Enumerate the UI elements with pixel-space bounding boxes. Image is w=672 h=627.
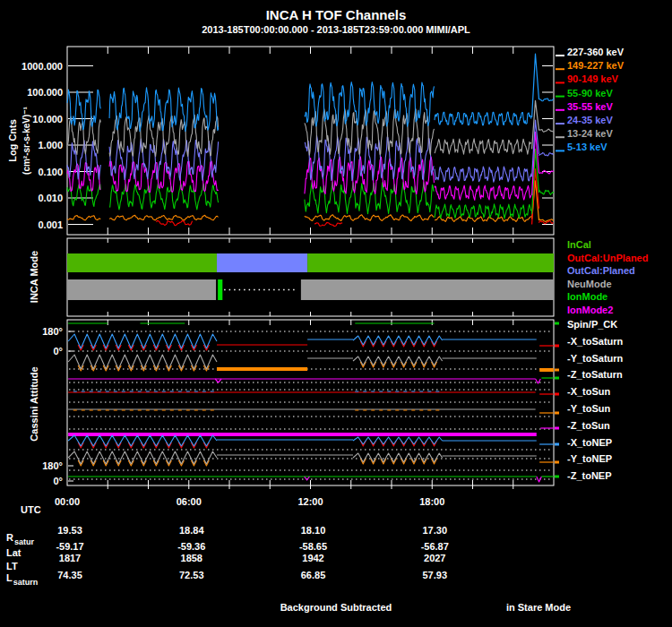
ephemeris-value: 19.53 xyxy=(57,525,82,536)
page-title: INCA H TOF Channels xyxy=(266,7,407,22)
ephemeris-value: 18.84 xyxy=(179,525,204,536)
attitude-row-label: -Y_toNEP xyxy=(567,453,612,464)
time-range-subtitle: 2013-185T00:00:00.000 - 2013-185T23:59:0… xyxy=(202,24,470,35)
legend-item-energy-channel: 24-35 keV xyxy=(567,115,613,125)
ephemeris-value: -59.36 xyxy=(177,541,205,552)
ephemeris-value: 2027 xyxy=(424,553,445,563)
legend-item-energy-channel: 13-24 keV xyxy=(567,128,613,139)
attitude-panel-label: Cassini Attitude xyxy=(29,366,39,441)
attitude-ytick-label: 180° xyxy=(27,326,63,337)
ephemeris-row-label: LT xyxy=(6,561,18,571)
attitude-ytick-label: 180° xyxy=(27,460,63,471)
utc-tick-label: 06:00 xyxy=(177,496,202,507)
ephemeris-value: -56.87 xyxy=(421,541,449,552)
ephemeris-value: 66.85 xyxy=(301,570,326,580)
energy-ytick-label: 0.010 xyxy=(9,193,63,203)
mode-legend-item: InCal xyxy=(567,239,591,250)
attitude-row-label: Spin/P_CK xyxy=(567,319,617,330)
legend-item-energy-channel: 149-227 keV xyxy=(567,60,624,71)
inca-tof-plot-screen: INCA H TOF Channels 2013-185T00:00:00.00… xyxy=(0,0,672,627)
ephemeris-value: 57.93 xyxy=(422,570,447,580)
ephemeris-value: 18.10 xyxy=(301,525,326,536)
ephemeris-value: 72.53 xyxy=(179,570,204,580)
stare-mode-note: in Stare Mode xyxy=(506,602,571,613)
attitude-row-label: -Z_toSun xyxy=(567,420,610,431)
utc-tick-label: 12:00 xyxy=(297,496,323,507)
energy-ytick-label: 100.000 xyxy=(9,87,63,98)
energy-ytick-label: 10.000 xyxy=(9,114,63,125)
ephemeris-row-label: Lat xyxy=(6,547,22,558)
energy-ytick-label: 1000.000 xyxy=(9,61,63,72)
mode-legend-item: NeuMode xyxy=(567,279,612,289)
attitude-ytick-label: 0° xyxy=(27,346,63,356)
attitude-row-label: -Y_toSun xyxy=(567,403,610,414)
attitude-row-label: -X_toSaturn xyxy=(567,336,623,347)
background-subtracted-note: Background Subtracted xyxy=(280,602,392,613)
attitude-row-label: -Z_toSaturn xyxy=(567,369,623,380)
ephemeris-value: 17.30 xyxy=(422,525,447,536)
attitude-ytick-label: 0° xyxy=(27,476,63,486)
ephemeris-row-label: Lsaturn xyxy=(6,572,38,584)
attitude-row-label: -X_toSun xyxy=(567,386,610,397)
mode-legend-item: OutCal:UnPlaned xyxy=(567,253,648,263)
mode-legend-item: IonMode xyxy=(567,291,607,302)
energy-ytick-label: 1.000 xyxy=(9,140,63,150)
legend-item-energy-channel: 55-90 keV xyxy=(567,88,613,99)
mode-panel-label: INCA Mode xyxy=(29,251,39,303)
attitude-row-label: -Z_toNEP xyxy=(567,470,612,481)
legend-item-energy-channel: 227-360 keV xyxy=(567,47,624,57)
ephemeris-row-label: Rsatur xyxy=(6,532,34,544)
ephemeris-value: -59.17 xyxy=(56,541,83,552)
utc-tick-label: 00:00 xyxy=(55,496,80,507)
ephemeris-value: 74.35 xyxy=(57,570,82,580)
mode-legend-item: IonMode2 xyxy=(567,305,613,315)
ephemeris-value: 1942 xyxy=(302,553,323,563)
ephemeris-value: 1817 xyxy=(59,553,81,563)
ephemeris-value: -58.65 xyxy=(299,541,327,552)
ephemeris-value: 1858 xyxy=(181,553,202,563)
energy-ytick-label: 0.001 xyxy=(9,219,63,230)
utc-tick-label: 18:00 xyxy=(419,496,444,507)
legend-item-energy-channel: 35-55 keV xyxy=(567,101,613,112)
energy-ytick-label: 0.100 xyxy=(9,167,63,177)
attitude-row-label: -Y_toSaturn xyxy=(567,353,623,364)
legend-item-energy-channel: 5-13 keV xyxy=(567,142,607,152)
utc-axis-label: UTC xyxy=(21,504,41,515)
mode-legend-item: OutCal:Planed xyxy=(567,265,635,276)
legend-item-energy-channel: 90-149 keV xyxy=(567,73,618,84)
attitude-row-label: -X_toNEP xyxy=(567,437,612,448)
